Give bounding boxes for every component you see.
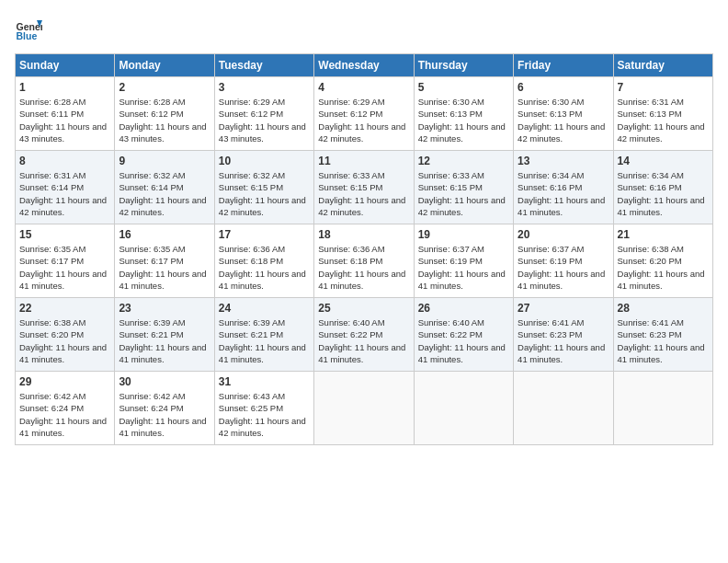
- day-number: 31: [219, 375, 310, 388]
- day-number: 24: [219, 302, 310, 315]
- day-number: 19: [418, 228, 509, 241]
- day-info: Sunrise: 6:28 AMSunset: 6:12 PMDaylight:…: [119, 96, 210, 144]
- calendar-cell: 26Sunrise: 6:40 AMSunset: 6:22 PMDayligh…: [414, 298, 513, 372]
- day-info: Sunrise: 6:29 AMSunset: 6:12 PMDaylight:…: [219, 96, 310, 144]
- calendar-cell: 17Sunrise: 6:36 AMSunset: 6:18 PMDayligh…: [214, 224, 313, 298]
- logo-icon: General Blue: [15, 15, 42, 42]
- day-number: 1: [19, 81, 110, 94]
- day-info: Sunrise: 6:41 AMSunset: 6:23 PMDaylight:…: [518, 316, 609, 365]
- calendar-cell: 9Sunrise: 6:32 AMSunset: 6:14 PMDaylight…: [115, 151, 214, 224]
- day-header-tuesday: Tuesday: [214, 54, 313, 77]
- day-info: Sunrise: 6:33 AMSunset: 6:15 PMDaylight:…: [418, 169, 509, 218]
- calendar-cell: 19Sunrise: 6:37 AMSunset: 6:19 PMDayligh…: [414, 224, 513, 298]
- day-info: Sunrise: 6:30 AMSunset: 6:13 PMDaylight:…: [418, 96, 509, 144]
- calendar-cell: 4Sunrise: 6:29 AMSunset: 6:12 PMDaylight…: [314, 77, 414, 151]
- calendar-week-1: 1Sunrise: 6:28 AMSunset: 6:11 PMDaylight…: [16, 77, 713, 151]
- calendar-cell: 16Sunrise: 6:35 AMSunset: 6:17 PMDayligh…: [115, 224, 214, 298]
- day-number: 25: [318, 302, 409, 315]
- day-number: 6: [518, 81, 609, 94]
- calendar-cell: 6Sunrise: 6:30 AMSunset: 6:13 PMDaylight…: [514, 77, 613, 151]
- day-number: 10: [219, 155, 310, 167]
- svg-text:Blue: Blue: [17, 30, 38, 41]
- calendar-cell: 24Sunrise: 6:39 AMSunset: 6:21 PMDayligh…: [214, 298, 313, 372]
- calendar-cell: 15Sunrise: 6:35 AMSunset: 6:17 PMDayligh…: [16, 224, 115, 298]
- day-number: 11: [318, 155, 409, 167]
- calendar-cell: 14Sunrise: 6:34 AMSunset: 6:16 PMDayligh…: [613, 151, 712, 224]
- day-number: 13: [518, 155, 609, 167]
- day-info: Sunrise: 6:43 AMSunset: 6:25 PMDaylight:…: [219, 390, 310, 439]
- day-info: Sunrise: 6:40 AMSunset: 6:22 PMDaylight:…: [318, 316, 409, 365]
- day-number: 28: [618, 302, 709, 315]
- day-info: Sunrise: 6:41 AMSunset: 6:23 PMDaylight:…: [618, 316, 709, 365]
- day-number: 30: [119, 375, 210, 388]
- day-number: 29: [19, 375, 110, 388]
- day-info: Sunrise: 6:39 AMSunset: 6:21 PMDaylight:…: [119, 316, 210, 365]
- day-info: Sunrise: 6:35 AMSunset: 6:17 PMDaylight:…: [119, 243, 210, 292]
- day-header-thursday: Thursday: [414, 54, 513, 77]
- day-header-wednesday: Wednesday: [314, 54, 414, 77]
- calendar-cell: 25Sunrise: 6:40 AMSunset: 6:22 PMDayligh…: [314, 298, 414, 372]
- day-info: Sunrise: 6:36 AMSunset: 6:18 PMDaylight:…: [219, 243, 310, 292]
- day-number: 5: [418, 81, 509, 94]
- calendar-week-2: 8Sunrise: 6:31 AMSunset: 6:14 PMDaylight…: [16, 151, 713, 224]
- day-number: 12: [418, 155, 509, 167]
- calendar-cell: 1Sunrise: 6:28 AMSunset: 6:11 PMDaylight…: [16, 77, 115, 151]
- calendar-cell: [414, 372, 513, 445]
- day-info: Sunrise: 6:32 AMSunset: 6:15 PMDaylight:…: [219, 169, 310, 218]
- day-number: 7: [618, 81, 709, 94]
- day-info: Sunrise: 6:37 AMSunset: 6:19 PMDaylight:…: [418, 243, 509, 292]
- day-info: Sunrise: 6:30 AMSunset: 6:13 PMDaylight:…: [518, 96, 609, 144]
- calendar-cell: 12Sunrise: 6:33 AMSunset: 6:15 PMDayligh…: [414, 151, 513, 224]
- day-info: Sunrise: 6:28 AMSunset: 6:11 PMDaylight:…: [19, 96, 110, 144]
- calendar-cell: [613, 372, 712, 445]
- calendar-cell: 30Sunrise: 6:42 AMSunset: 6:24 PMDayligh…: [115, 372, 214, 445]
- day-number: 27: [518, 302, 609, 315]
- calendar-cell: 8Sunrise: 6:31 AMSunset: 6:14 PMDaylight…: [16, 151, 115, 224]
- day-info: Sunrise: 6:34 AMSunset: 6:16 PMDaylight:…: [518, 169, 609, 218]
- day-number: 26: [418, 302, 509, 315]
- day-info: Sunrise: 6:36 AMSunset: 6:18 PMDaylight:…: [318, 243, 409, 292]
- day-info: Sunrise: 6:42 AMSunset: 6:24 PMDaylight:…: [119, 390, 210, 439]
- day-info: Sunrise: 6:42 AMSunset: 6:24 PMDaylight:…: [19, 390, 110, 439]
- day-info: Sunrise: 6:33 AMSunset: 6:15 PMDaylight:…: [318, 169, 409, 218]
- calendar-cell: 21Sunrise: 6:38 AMSunset: 6:20 PMDayligh…: [613, 224, 712, 298]
- calendar-cell: 23Sunrise: 6:39 AMSunset: 6:21 PMDayligh…: [115, 298, 214, 372]
- calendar-header-row: SundayMondayTuesdayWednesdayThursdayFrid…: [16, 54, 713, 77]
- day-number: 21: [618, 228, 709, 241]
- day-number: 8: [19, 155, 110, 167]
- calendar-cell: 5Sunrise: 6:30 AMSunset: 6:13 PMDaylight…: [414, 77, 513, 151]
- day-number: 2: [119, 81, 210, 94]
- calendar-cell: 18Sunrise: 6:36 AMSunset: 6:18 PMDayligh…: [314, 224, 414, 298]
- calendar-week-3: 15Sunrise: 6:35 AMSunset: 6:17 PMDayligh…: [16, 224, 713, 298]
- day-number: 4: [318, 81, 409, 94]
- calendar-week-4: 22Sunrise: 6:38 AMSunset: 6:20 PMDayligh…: [16, 298, 713, 372]
- calendar-cell: 10Sunrise: 6:32 AMSunset: 6:15 PMDayligh…: [214, 151, 313, 224]
- calendar-cell: 3Sunrise: 6:29 AMSunset: 6:12 PMDaylight…: [214, 77, 313, 151]
- calendar-cell: 11Sunrise: 6:33 AMSunset: 6:15 PMDayligh…: [314, 151, 414, 224]
- calendar-table: SundayMondayTuesdayWednesdayThursdayFrid…: [15, 53, 713, 445]
- day-info: Sunrise: 6:34 AMSunset: 6:16 PMDaylight:…: [618, 169, 709, 218]
- day-info: Sunrise: 6:38 AMSunset: 6:20 PMDaylight:…: [19, 316, 110, 365]
- day-number: 16: [119, 228, 210, 241]
- calendar-cell: [314, 372, 414, 445]
- day-header-sunday: Sunday: [16, 54, 115, 77]
- day-number: 9: [119, 155, 210, 167]
- calendar-cell: 7Sunrise: 6:31 AMSunset: 6:13 PMDaylight…: [613, 77, 712, 151]
- day-header-friday: Friday: [514, 54, 613, 77]
- day-number: 22: [19, 302, 110, 315]
- calendar-cell: 20Sunrise: 6:37 AMSunset: 6:19 PMDayligh…: [514, 224, 613, 298]
- calendar-cell: 29Sunrise: 6:42 AMSunset: 6:24 PMDayligh…: [16, 372, 115, 445]
- calendar-week-5: 29Sunrise: 6:42 AMSunset: 6:24 PMDayligh…: [16, 372, 713, 445]
- day-number: 14: [618, 155, 709, 167]
- calendar-cell: 2Sunrise: 6:28 AMSunset: 6:12 PMDaylight…: [115, 77, 214, 151]
- day-info: Sunrise: 6:31 AMSunset: 6:14 PMDaylight:…: [19, 169, 110, 218]
- day-header-monday: Monday: [115, 54, 214, 77]
- day-number: 15: [19, 228, 110, 241]
- day-info: Sunrise: 6:29 AMSunset: 6:12 PMDaylight:…: [318, 96, 409, 144]
- day-info: Sunrise: 6:32 AMSunset: 6:14 PMDaylight:…: [119, 169, 210, 218]
- page-header: General Blue: [15, 15, 713, 42]
- calendar-cell: 13Sunrise: 6:34 AMSunset: 6:16 PMDayligh…: [514, 151, 613, 224]
- day-info: Sunrise: 6:35 AMSunset: 6:17 PMDaylight:…: [19, 243, 110, 292]
- day-number: 18: [318, 228, 409, 241]
- calendar-cell: [514, 372, 613, 445]
